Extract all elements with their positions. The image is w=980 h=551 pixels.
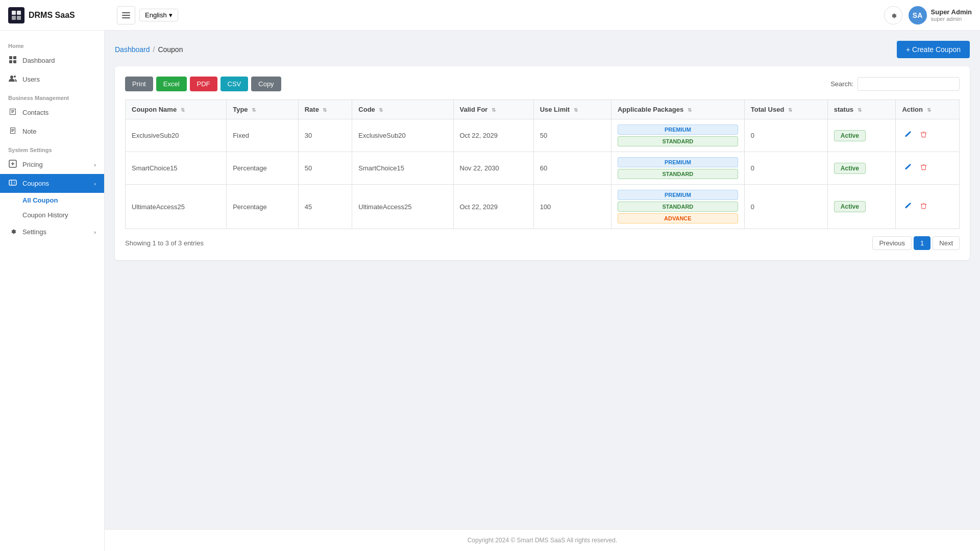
excel-button[interactable]: Excel	[156, 77, 187, 91]
coupons-icon	[8, 179, 17, 188]
sidebar-item-pricing[interactable]: Pricing ›	[0, 155, 104, 174]
breadcrumb-dashboard[interactable]: Dashboard	[115, 45, 150, 54]
sidebar-section-system: System Settings	[0, 141, 104, 155]
coupon-table: Coupon Name ⇅ Type ⇅ Rate ⇅ Code ⇅ Valid…	[125, 99, 960, 229]
delete-button[interactable]	[918, 130, 929, 141]
cell-rate: 30	[298, 119, 352, 152]
edit-button[interactable]	[902, 162, 914, 174]
sidebar-item-dashboard[interactable]: Dashboard	[0, 51, 104, 70]
user-info: SA Super Admin super admin	[909, 6, 972, 24]
sort-icon-valid: ⇅	[492, 107, 496, 113]
sidebar-item-all-coupon[interactable]: All Coupon	[22, 193, 104, 208]
pdf-button[interactable]: PDF	[190, 77, 217, 91]
package-badge: PREMIUM	[618, 124, 738, 135]
action-cell	[902, 130, 953, 141]
topbar-right: SA Super Admin super admin	[884, 6, 972, 24]
svg-point-12	[14, 76, 16, 78]
table-footer: Showing 1 to 3 of 3 entries Previous 1 N…	[125, 236, 960, 250]
footer-text: Copyright 2024 © Smart DMS SaaS All righ…	[468, 537, 618, 544]
action-cell	[902, 162, 953, 174]
cell-type: Percentage	[227, 185, 299, 229]
svg-rect-3	[17, 16, 21, 20]
previous-button[interactable]: Previous	[872, 236, 912, 250]
col-code: Code ⇅	[352, 100, 453, 119]
table-row: ExclusiveSub20 Fixed 30 ExclusiveSub20 O…	[126, 119, 960, 152]
delete-button[interactable]	[918, 162, 929, 174]
chevron-down-icon: ▾	[169, 11, 173, 19]
svg-rect-4	[122, 12, 130, 13]
delete-button[interactable]	[918, 201, 929, 213]
package-badge: PREMIUM	[618, 157, 738, 167]
cell-code: UltimateAccess25	[352, 185, 453, 229]
col-action: Action ⇅	[896, 100, 960, 119]
sidebar-item-users[interactable]: Users	[0, 70, 104, 89]
settings-gear-button[interactable]	[884, 6, 902, 24]
page-1-button[interactable]: 1	[914, 236, 930, 250]
sidebar-item-coupons[interactable]: Coupons ›	[0, 174, 104, 193]
package-badge: ADVANCE	[618, 213, 738, 223]
cell-rate: 45	[298, 185, 352, 229]
hamburger-button[interactable]	[117, 6, 135, 24]
copy-button[interactable]: Copy	[251, 77, 281, 91]
cell-code: ExclusiveSub20	[352, 119, 453, 152]
sidebar-item-contacts[interactable]: Contacts	[0, 103, 104, 122]
create-coupon-button[interactable]: + Create Coupon	[897, 41, 970, 58]
sidebar-section-business: Business Management	[0, 89, 104, 103]
pricing-icon	[8, 160, 17, 169]
cell-valid-for: Oct 22, 2029	[453, 119, 533, 152]
sidebar-item-settings[interactable]: Settings ›	[0, 222, 104, 241]
svg-rect-14	[9, 180, 16, 185]
cell-valid-for: Oct 22, 2029	[453, 185, 533, 229]
toolbar-buttons: Print Excel PDF CSV Copy	[125, 77, 281, 91]
package-badge: PREMIUM	[618, 190, 738, 200]
cell-total-used: 0	[744, 119, 827, 152]
sidebar-settings-label: Settings	[22, 228, 46, 236]
note-icon	[8, 127, 17, 136]
search-input[interactable]	[857, 77, 960, 91]
col-status: status ⇅	[827, 100, 896, 119]
avatar: SA	[909, 6, 927, 24]
coupons-chevron-icon: ›	[94, 181, 96, 187]
sidebar-item-coupon-history[interactable]: Coupon History	[22, 208, 104, 222]
status-badge: Active	[834, 201, 866, 212]
svg-rect-0	[12, 11, 16, 15]
cell-name: ExclusiveSub20	[126, 119, 227, 152]
package-badge: STANDARD	[618, 136, 738, 146]
sort-icon-limit: ⇅	[574, 107, 578, 113]
col-packages: Applicable Packages ⇅	[611, 100, 744, 119]
csv-button[interactable]: CSV	[220, 77, 249, 91]
status-badge: Active	[834, 163, 866, 174]
cell-action	[896, 152, 960, 185]
language-label: English	[145, 11, 167, 19]
table-header-row: Coupon Name ⇅ Type ⇅ Rate ⇅ Code ⇅ Valid…	[126, 100, 960, 119]
col-type: Type ⇅	[227, 100, 299, 119]
sidebar-item-note[interactable]: Note	[0, 122, 104, 141]
svg-rect-7	[9, 56, 12, 59]
cell-packages: PREMIUMSTANDARD	[611, 119, 744, 152]
cell-valid-for: Nov 22, 2030	[453, 152, 533, 185]
col-rate: Rate ⇅	[298, 100, 352, 119]
layout: Home Dashboard Users Business Management…	[0, 31, 980, 529]
package-badge: STANDARD	[618, 202, 738, 212]
next-button[interactable]: Next	[933, 236, 960, 250]
cell-type: Percentage	[227, 152, 299, 185]
edit-button[interactable]	[902, 130, 914, 141]
col-valid-for: Valid For ⇅	[453, 100, 533, 119]
cell-code: SmartChoice15	[352, 152, 453, 185]
svg-rect-9	[9, 60, 12, 63]
user-text: Super Admin super admin	[931, 8, 972, 22]
sidebar-coupons-label: Coupons	[22, 180, 49, 187]
sidebar-dashboard-label: Dashboard	[22, 57, 55, 64]
breadcrumb-current: Coupon	[158, 45, 183, 54]
language-button[interactable]: English ▾	[139, 9, 178, 21]
edit-button[interactable]	[902, 201, 914, 213]
sidebar-coupons-submenu: All Coupon Coupon History	[0, 193, 104, 222]
cell-use-limit: 50	[533, 119, 611, 152]
cell-packages: PREMIUMSTANDARD	[611, 152, 744, 185]
print-button[interactable]: Print	[125, 77, 153, 91]
cell-status: Active	[827, 152, 896, 185]
status-badge: Active	[834, 130, 866, 141]
action-cell	[902, 201, 953, 213]
topbar-controls: English ▾	[117, 6, 178, 24]
cell-action	[896, 119, 960, 152]
